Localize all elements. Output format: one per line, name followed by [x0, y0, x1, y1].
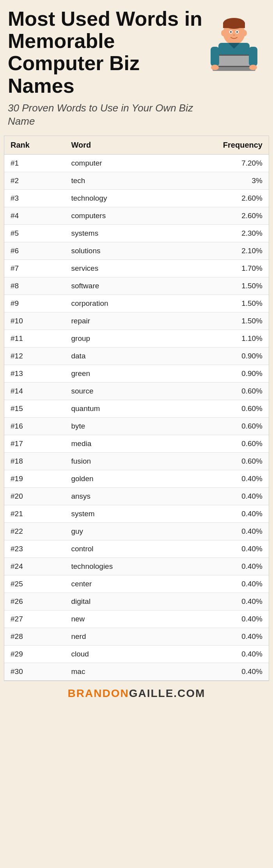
cell-frequency: 0.60%: [169, 435, 269, 453]
cell-word: new: [65, 610, 169, 628]
cell-rank: #29: [4, 646, 65, 663]
cell-word: corporation: [65, 295, 169, 312]
svg-point-8: [230, 31, 232, 33]
cell-rank: #6: [4, 242, 65, 260]
cell-rank: #26: [4, 593, 65, 610]
person-laptop-icon: [207, 12, 261, 82]
brand-dark: GAILLE.COM: [129, 687, 206, 699]
main-title: Most Used Words in Memorable Computer Bi…: [8, 8, 203, 97]
footer: BRANDONGAILLE.COM: [0, 681, 273, 706]
cell-rank: #22: [4, 523, 65, 540]
header-illustration: [203, 8, 265, 82]
cell-frequency: 0.40%: [169, 610, 269, 628]
cell-word: guy: [65, 523, 169, 540]
cell-frequency: 3%: [169, 172, 269, 190]
cell-word: mac: [65, 663, 169, 681]
cell-frequency: 0.40%: [169, 505, 269, 523]
cell-rank: #15: [4, 400, 65, 418]
cell-word: nerd: [65, 628, 169, 646]
table-row: #12data0.90%: [4, 348, 269, 365]
cell-word: system: [65, 505, 169, 523]
cell-rank: #19: [4, 470, 65, 488]
cell-rank: #27: [4, 610, 65, 628]
cell-rank: #20: [4, 488, 65, 505]
table-row: #10repair1.50%: [4, 312, 269, 330]
svg-point-9: [236, 31, 238, 33]
brand-orange: BRANDON: [68, 687, 129, 699]
svg-point-10: [233, 34, 235, 36]
table-header-row: Rank Word Frequency: [4, 136, 269, 155]
cell-rank: #14: [4, 383, 65, 400]
cell-word: computers: [65, 207, 169, 225]
cell-frequency: 1.10%: [169, 330, 269, 348]
table-row: #24technologies0.40%: [4, 558, 269, 575]
cell-word: source: [65, 383, 169, 400]
cell-word: ansys: [65, 488, 169, 505]
table-row: #5systems2.30%: [4, 225, 269, 242]
col-word: Word: [65, 136, 169, 155]
table-row: #19golden0.40%: [4, 470, 269, 488]
cell-rank: #30: [4, 663, 65, 681]
table-row: #16byte0.60%: [4, 418, 269, 435]
table-row: #2tech3%: [4, 172, 269, 190]
cell-rank: #9: [4, 295, 65, 312]
cell-word: technologies: [65, 558, 169, 575]
table-row: #25center0.40%: [4, 575, 269, 593]
table-row: #3technology2.60%: [4, 190, 269, 207]
table-row: #22guy0.40%: [4, 523, 269, 540]
cell-rank: #3: [4, 190, 65, 207]
header: Most Used Words in Memorable Computer Bi…: [0, 0, 273, 132]
header-text: Most Used Words in Memorable Computer Bi…: [8, 8, 203, 128]
svg-point-5: [242, 30, 247, 36]
subtitle: 30 Proven Words to Use in Your Own Biz N…: [8, 102, 203, 128]
svg-rect-15: [211, 47, 219, 66]
cell-rank: #28: [4, 628, 65, 646]
table-row: #30mac0.40%: [4, 663, 269, 681]
svg-point-18: [249, 65, 257, 70]
table-row: #18fusion0.60%: [4, 453, 269, 470]
table-row: #4computers2.60%: [4, 207, 269, 225]
cell-rank: #7: [4, 260, 65, 277]
cell-word: control: [65, 540, 169, 558]
cell-rank: #24: [4, 558, 65, 575]
cell-frequency: 0.60%: [169, 383, 269, 400]
svg-rect-14: [218, 56, 250, 66]
table-row: #27new0.40%: [4, 610, 269, 628]
cell-rank: #11: [4, 330, 65, 348]
table-row: #9corporation1.50%: [4, 295, 269, 312]
cell-word: center: [65, 575, 169, 593]
cell-frequency: 0.40%: [169, 540, 269, 558]
cell-frequency: 2.60%: [169, 190, 269, 207]
svg-point-17: [211, 65, 219, 70]
cell-rank: #12: [4, 348, 65, 365]
table-row: #1computer7.20%: [4, 155, 269, 172]
cell-frequency: 0.60%: [169, 453, 269, 470]
cell-word: systems: [65, 225, 169, 242]
table-row: #23control0.40%: [4, 540, 269, 558]
cell-frequency: 2.60%: [169, 207, 269, 225]
col-rank: Rank: [4, 136, 65, 155]
table-row: #29cloud0.40%: [4, 646, 269, 663]
data-table: Rank Word Frequency #1computer7.20%#2tec…: [4, 136, 269, 681]
table-row: #20ansys0.40%: [4, 488, 269, 505]
cell-word: quantum: [65, 400, 169, 418]
cell-word: fusion: [65, 453, 169, 470]
cell-word: group: [65, 330, 169, 348]
cell-rank: #8: [4, 277, 65, 295]
svg-rect-3: [223, 23, 245, 28]
cell-rank: #16: [4, 418, 65, 435]
cell-frequency: 0.40%: [169, 663, 269, 681]
table-row: #26digital0.40%: [4, 593, 269, 610]
cell-frequency: 0.90%: [169, 348, 269, 365]
svg-point-4: [221, 30, 226, 36]
table-row: #6solutions2.10%: [4, 242, 269, 260]
cell-word: technology: [65, 190, 169, 207]
cell-frequency: 0.60%: [169, 400, 269, 418]
table-wrapper: Rank Word Frequency #1computer7.20%#2tec…: [4, 136, 269, 681]
cell-rank: #2: [4, 172, 65, 190]
cell-word: cloud: [65, 646, 169, 663]
cell-word: solutions: [65, 242, 169, 260]
cell-frequency: 1.50%: [169, 277, 269, 295]
cell-word: green: [65, 365, 169, 383]
cell-rank: #18: [4, 453, 65, 470]
